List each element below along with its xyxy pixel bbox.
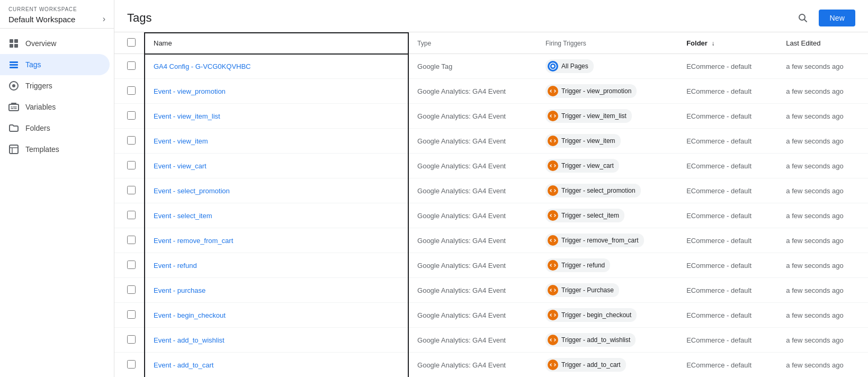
row-checkbox-cell[interactable] bbox=[114, 303, 145, 328]
trigger-badge[interactable]: Trigger - view_item_list bbox=[545, 109, 632, 123]
trigger-badge[interactable]: Trigger - view_cart bbox=[545, 159, 619, 173]
trigger-badge[interactable]: Trigger - select_item bbox=[545, 209, 624, 222]
row-checkbox-cell[interactable] bbox=[114, 278, 145, 303]
row-last-edited-cell: a few seconds ago bbox=[777, 353, 868, 378]
row-checkbox[interactable] bbox=[127, 261, 136, 269]
row-last-edited-cell: a few seconds ago bbox=[777, 104, 868, 129]
trigger-badge[interactable]: Trigger - refund bbox=[545, 258, 610, 272]
row-last-edited-cell: a few seconds ago bbox=[777, 278, 868, 303]
trigger-badge-text: Trigger - refund bbox=[561, 262, 605, 269]
workspace-name-button[interactable]: Default Workspace › bbox=[8, 14, 105, 24]
row-checkbox[interactable] bbox=[127, 211, 136, 219]
svg-rect-4 bbox=[10, 61, 18, 63]
row-type-cell: Google Tag bbox=[408, 54, 537, 79]
col-header-folder[interactable]: Folder ↓ bbox=[678, 33, 777, 54]
tag-name-link[interactable]: Event - view_promotion bbox=[154, 87, 226, 95]
row-checkbox[interactable] bbox=[127, 335, 136, 344]
row-checkbox-cell[interactable] bbox=[114, 129, 145, 154]
svg-rect-0 bbox=[10, 39, 13, 43]
trigger-badge[interactable]: All Pages bbox=[545, 59, 594, 73]
tag-name-link[interactable]: Event - view_cart bbox=[154, 162, 207, 170]
row-name-cell: Event - select_item bbox=[145, 203, 408, 228]
select-all-checkbox-header[interactable] bbox=[114, 33, 145, 54]
row-folder-cell: ECommerce - default bbox=[678, 154, 777, 178]
sidebar-item-folders[interactable]: Folders bbox=[0, 118, 110, 139]
row-checkbox[interactable] bbox=[127, 310, 136, 319]
row-checkbox[interactable] bbox=[127, 186, 136, 194]
row-checkbox-cell[interactable] bbox=[114, 79, 145, 104]
row-trigger-cell: Trigger - view_promotion bbox=[537, 79, 678, 104]
trigger-badge[interactable]: Trigger - add_to_wishlist bbox=[545, 333, 636, 347]
tag-name-link[interactable]: Event - refund bbox=[154, 262, 197, 270]
trigger-badge-text: Trigger - select_item bbox=[561, 212, 619, 219]
svg-rect-6 bbox=[10, 67, 18, 68]
row-type-cell: Google Analytics: GA4 Event bbox=[408, 178, 537, 203]
row-checkbox-cell[interactable] bbox=[114, 203, 145, 228]
trigger-icon bbox=[548, 260, 558, 271]
tag-name-link[interactable]: Event - remove_from_cart bbox=[154, 237, 233, 245]
tag-name-link[interactable]: Event - add_to_cart bbox=[154, 361, 213, 369]
row-checkbox[interactable] bbox=[127, 86, 136, 95]
row-checkbox-cell[interactable] bbox=[114, 54, 145, 79]
trigger-icon bbox=[548, 310, 558, 320]
row-type-cell: Google Analytics: GA4 Event bbox=[408, 228, 537, 253]
row-last-edited-cell: a few seconds ago bbox=[777, 328, 868, 353]
trigger-badge[interactable]: Trigger - view_promotion bbox=[545, 84, 637, 98]
col-header-name[interactable]: Name bbox=[145, 33, 408, 54]
trigger-badge-text: Trigger - view_promotion bbox=[561, 87, 631, 95]
tag-name-link[interactable]: Event - select_promotion bbox=[154, 187, 230, 195]
tag-name-link[interactable]: Event - select_item bbox=[154, 212, 212, 220]
sidebar-item-templates[interactable]: Templates bbox=[0, 139, 110, 160]
trigger-badge[interactable]: Trigger - Purchase bbox=[545, 283, 619, 297]
row-checkbox[interactable] bbox=[127, 360, 136, 369]
row-checkbox[interactable] bbox=[127, 61, 136, 70]
row-checkbox-cell[interactable] bbox=[114, 353, 145, 378]
row-checkbox[interactable] bbox=[127, 111, 136, 120]
table-row: Event - select_promotionGoogle Analytics… bbox=[114, 178, 868, 203]
tag-name-link[interactable]: Event - purchase bbox=[154, 286, 205, 294]
trigger-badge-text: Trigger - add_to_wishlist bbox=[561, 336, 630, 344]
row-type-cell: Google Analytics: GA4 Event bbox=[408, 129, 537, 154]
svg-rect-9 bbox=[9, 104, 19, 111]
row-checkbox-cell[interactable] bbox=[114, 228, 145, 253]
row-checkbox[interactable] bbox=[127, 161, 136, 169]
trigger-badge[interactable]: Trigger - remove_from_cart bbox=[545, 234, 644, 247]
table-row: Event - refundGoogle Analytics: GA4 Even… bbox=[114, 253, 868, 278]
sidebar-item-overview[interactable]: Overview bbox=[0, 33, 110, 54]
select-all-checkbox[interactable] bbox=[127, 38, 136, 47]
row-checkbox-cell[interactable] bbox=[114, 104, 145, 129]
sidebar-item-tags[interactable]: Tags bbox=[0, 54, 110, 75]
row-type-cell: Google Analytics: GA4 Event bbox=[408, 203, 537, 228]
row-trigger-cell: Trigger - view_item bbox=[537, 129, 678, 154]
trigger-badge[interactable]: Trigger - add_to_cart bbox=[545, 358, 626, 372]
row-checkbox-cell[interactable] bbox=[114, 154, 145, 178]
row-last-edited-cell: a few seconds ago bbox=[777, 203, 868, 228]
tag-name-link[interactable]: Event - view_item bbox=[154, 137, 208, 145]
tags-table: Name Type Firing Triggers Folder ↓ Last … bbox=[114, 32, 868, 377]
sidebar-nav: Overview Tags Triggers bbox=[0, 29, 114, 377]
search-button[interactable] bbox=[793, 8, 812, 28]
new-button[interactable]: New bbox=[819, 10, 855, 26]
trigger-badge[interactable]: Trigger - select_promotion bbox=[545, 184, 641, 198]
row-checkbox[interactable] bbox=[127, 236, 136, 244]
row-checkbox-cell[interactable] bbox=[114, 178, 145, 203]
svg-point-14 bbox=[552, 65, 554, 68]
trigger-icon bbox=[548, 160, 558, 171]
tag-name-link[interactable]: Event - view_item_list bbox=[154, 112, 220, 120]
row-checkbox-cell[interactable] bbox=[114, 253, 145, 278]
tag-name-link[interactable]: Event - add_to_wishlist bbox=[154, 336, 225, 344]
row-checkbox[interactable] bbox=[127, 136, 136, 145]
trigger-badge[interactable]: Trigger - begin_checkout bbox=[545, 308, 637, 322]
tag-name-link[interactable]: GA4 Config - G-VCG0KQVHBC bbox=[154, 62, 251, 70]
trigger-icon bbox=[548, 86, 558, 96]
row-folder-cell: ECommerce - default bbox=[678, 54, 777, 79]
trigger-badge[interactable]: Trigger - view_item bbox=[545, 134, 621, 148]
sidebar-item-triggers[interactable]: Triggers bbox=[0, 75, 110, 96]
row-checkbox-cell[interactable] bbox=[114, 328, 145, 353]
tag-name-link[interactable]: Event - begin_checkout bbox=[154, 311, 226, 319]
trigger-icon bbox=[548, 185, 558, 196]
row-checkbox[interactable] bbox=[127, 285, 136, 294]
row-folder-cell: ECommerce - default bbox=[678, 253, 777, 278]
sidebar-item-variables[interactable]: Variables bbox=[0, 96, 110, 118]
table-row: Event - add_to_cartGoogle Analytics: GA4… bbox=[114, 353, 868, 378]
